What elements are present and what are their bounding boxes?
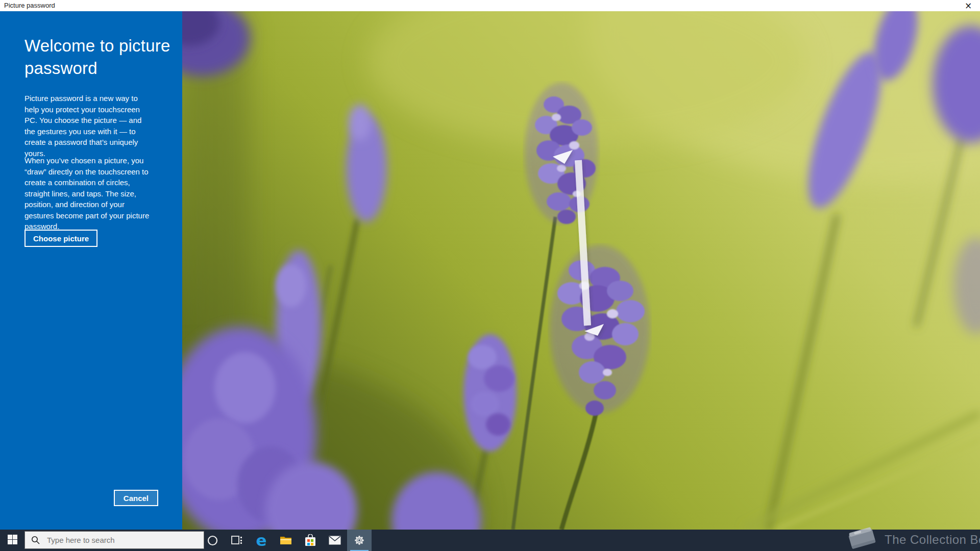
panel-heading: Welcome to picture password xyxy=(24,35,178,80)
choose-picture-button[interactable]: Choose picture xyxy=(24,230,97,247)
picture-password-dialog: Welcome to picture password Picture pass… xyxy=(0,11,980,530)
taskbar-item-task-view[interactable] xyxy=(225,530,249,551)
panel-paragraph-2: When you’ve chosen a picture, you “draw”… xyxy=(24,155,154,232)
taskbar: e xyxy=(0,530,980,551)
store-icon xyxy=(305,534,316,546)
close-button[interactable]: × xyxy=(957,0,980,11)
lavender-photo-canvas[interactable] xyxy=(182,11,980,530)
file-explorer-icon xyxy=(280,535,292,545)
window-titlebar: Picture password × xyxy=(0,0,980,11)
search-icon xyxy=(31,536,40,544)
taskbar-item-store[interactable] xyxy=(298,530,323,551)
settings-gear-icon xyxy=(354,535,365,546)
mail-icon xyxy=(329,536,341,545)
close-icon: × xyxy=(965,1,972,11)
edge-icon: e xyxy=(256,533,266,548)
panel-paragraph-1: Picture password is a new way to help yo… xyxy=(24,93,154,159)
taskbar-item-edge[interactable]: e xyxy=(249,530,274,551)
taskbar-item-mail[interactable] xyxy=(323,530,347,551)
taskbar-item-settings[interactable] xyxy=(347,530,372,551)
window-title: Picture password xyxy=(4,2,55,9)
start-button[interactable] xyxy=(0,530,24,551)
taskbar-item-file-explorer[interactable] xyxy=(274,530,298,551)
search-input[interactable] xyxy=(46,535,204,545)
taskbar-search[interactable] xyxy=(24,531,204,549)
picture-password-panel: Welcome to picture password Picture pass… xyxy=(0,11,182,530)
windows-logo-icon xyxy=(8,535,17,544)
cortana-icon xyxy=(207,535,218,546)
task-view-icon xyxy=(231,536,242,545)
cancel-button[interactable]: Cancel xyxy=(114,490,158,506)
taskbar-item-cortana[interactable] xyxy=(200,530,225,551)
